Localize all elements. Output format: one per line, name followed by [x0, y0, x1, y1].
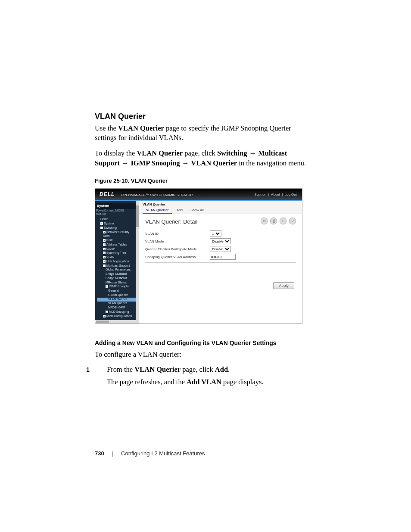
tree-item[interactable]: +MVR Configuration: [97, 314, 139, 319]
expand-icon[interactable]: +: [103, 248, 106, 250]
sidebar: System PowerConnect M6348 root, r/w Home…: [95, 201, 139, 324]
tab-show-all[interactable]: Show All: [187, 207, 207, 213]
expand-icon[interactable]: -: [103, 264, 106, 267]
tree-item[interactable]: Global Querier: [97, 293, 139, 298]
save-icon[interactable]: H: [261, 218, 268, 224]
tab-add[interactable]: Add: [173, 207, 186, 213]
steps-list: 1 From the VLAN Querier page, click Add.…: [95, 364, 312, 388]
nav-tree: Home+System-Switching+Network SecuritySl…: [96, 216, 139, 318]
tree-item[interactable]: Home: [97, 218, 139, 222]
tree-item[interactable]: +Ports: [97, 239, 139, 243]
tree-item[interactable]: Global Parameters: [97, 268, 139, 272]
sub-heading: Adding a New VLAN and Configuring its VL…: [95, 339, 312, 346]
expand-icon[interactable]: +: [103, 315, 106, 317]
brand-logo: DELL: [100, 191, 115, 197]
form-row: VLAN ModeDisable: [145, 238, 296, 244]
link-logout[interactable]: Log Out: [285, 193, 297, 196]
expand-icon[interactable]: +: [100, 222, 103, 225]
apply-button[interactable]: Apply: [273, 282, 294, 289]
intro-paragraph: Use the VLAN Querier page to specify the…: [95, 124, 312, 143]
tree-item[interactable]: +GARP: [97, 247, 139, 252]
tree-item[interactable]: +MLD Snooping: [97, 310, 139, 314]
device-name: PowerConnect M6348: [96, 209, 139, 212]
tree-item[interactable]: +VLAN: [97, 255, 139, 260]
field-label: Querier Election Participate Mode: [145, 247, 210, 251]
tree-item[interactable]: +Address Tables: [97, 243, 139, 247]
sidebar-header: System: [96, 203, 139, 209]
configure-line: To configure a VLAN querier:: [95, 350, 312, 359]
expand-icon[interactable]: +: [103, 252, 106, 254]
form: VLAN ID1VLAN ModeDisableQuerier Election…: [145, 230, 296, 260]
help-icon[interactable]: ?: [289, 218, 296, 224]
field-select[interactable]: Disable: [210, 246, 231, 252]
expand-icon[interactable]: +: [103, 256, 106, 258]
tree-item[interactable]: Bridge Multicast: [97, 277, 139, 281]
field-label: VLAN ID: [145, 232, 210, 236]
field-select[interactable]: Disable: [210, 238, 231, 244]
tree-item[interactable]: +Network Security: [97, 230, 139, 235]
tree-item[interactable]: Bridge Multicast: [97, 272, 139, 277]
user-role: root, r/w: [96, 212, 139, 216]
tree-item[interactable]: +Spanning Tree: [97, 251, 139, 255]
form-row: Querier Election Participate ModeDisable: [145, 246, 296, 252]
step-1: 1 From the VLAN Querier page, click Add.…: [105, 364, 312, 388]
tree-item[interactable]: MRouter Status: [97, 281, 139, 285]
app-title: OPENMANAGE™ SWITCH ADMINISTRATOR: [121, 193, 193, 197]
main-panel: VLAN Querier: Detail H ⎙ C ? VLAN ID1VLA…: [139, 214, 302, 324]
top-links: Support | About | Log Out: [254, 193, 298, 196]
expand-icon[interactable]: -: [100, 227, 103, 229]
nav-instruction: To display the VLAN Querier page, click …: [95, 148, 312, 168]
form-row: VLAN ID1: [145, 230, 296, 236]
field-select[interactable]: 1: [210, 230, 221, 236]
tree-item[interactable]: VLAN Querier: [97, 298, 139, 302]
screenshot-figure: DELL OPENMANAGE™ SWITCH ADMINISTRATOR Su…: [95, 188, 302, 324]
tab-bar: VLAN Querier VLAN Querier Add Show All: [139, 201, 302, 214]
breadcrumb: VLAN Querier: [143, 202, 299, 206]
figure-caption: Figure 25-10. VLAN Querier: [95, 177, 312, 184]
expand-icon[interactable]: +: [103, 260, 106, 263]
chapter-name: Configuring L2 Multicast Features: [121, 450, 205, 457]
refresh-icon[interactable]: C: [280, 218, 286, 224]
field-label: Snooping Querier VLAN Address: [145, 255, 210, 259]
form-row: Snooping Querier VLAN Address: [145, 254, 296, 260]
tree-item[interactable]: -Switching: [97, 226, 139, 230]
tab-vlan-querier[interactable]: VLAN Querier: [143, 207, 172, 214]
panel-toolbar: H ⎙ C ?: [261, 218, 296, 224]
sidebar-scroll-y[interactable]: [136, 201, 139, 320]
tree-item[interactable]: +Link Aggregation: [97, 260, 139, 264]
tree-item[interactable]: MFDB IGMP: [97, 306, 139, 310]
tree-item[interactable]: -Multicast Support: [97, 264, 139, 268]
expand-icon[interactable]: +: [103, 231, 106, 233]
tree-item[interactable]: General: [97, 289, 139, 293]
link-support[interactable]: Support: [255, 193, 267, 196]
expand-icon[interactable]: +: [103, 243, 106, 246]
page-footer: 730 | Configuring L2 Multicast Features: [95, 450, 205, 457]
sidebar-scroll-x[interactable]: [95, 320, 139, 324]
expand-icon[interactable]: -: [106, 285, 108, 288]
link-about[interactable]: About: [271, 193, 280, 196]
tree-item[interactable]: Slots: [97, 234, 139, 239]
expand-icon[interactable]: +: [106, 311, 108, 313]
field-label: VLAN Mode: [145, 240, 210, 243]
app-titlebar: DELL OPENMANAGE™ SWITCH ADMINISTRATOR Su…: [95, 189, 302, 200]
page-number: 730: [95, 450, 104, 457]
tree-item[interactable]: VLAN Querier: [97, 302, 139, 306]
tree-item[interactable]: +System: [97, 222, 139, 226]
section-title: VLAN Querier: [95, 112, 312, 121]
print-icon[interactable]: ⎙: [270, 218, 277, 224]
expand-icon[interactable]: +: [103, 239, 106, 242]
tree-item[interactable]: -IGMP Snooping: [97, 285, 139, 289]
field-input[interactable]: [210, 254, 236, 260]
